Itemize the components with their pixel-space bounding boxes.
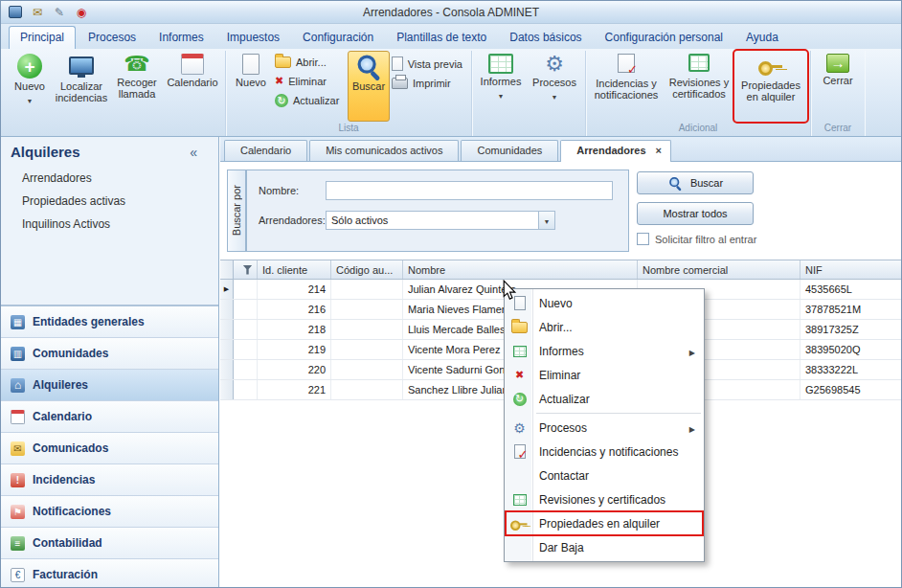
cell-codigo[interactable] xyxy=(331,360,403,379)
sidebar-item-facturacion[interactable]: Facturación xyxy=(1,559,218,588)
ribbon-tab-configuracion[interactable]: Configuración xyxy=(292,27,384,49)
ribbon-group-lista: Nuevo Abrir... Eliminar Actualizar xyxy=(226,51,472,136)
ribbon-tab-datos-basicos[interactable]: Datos básicos xyxy=(499,27,592,49)
cell-id[interactable]: 216 xyxy=(258,300,331,319)
column-header-nombre[interactable]: Nombre xyxy=(403,260,638,279)
column-header-nombre-comercial[interactable]: Nombre comercial xyxy=(638,260,801,279)
ribbon-tab-config-personal[interactable]: Configuración personal xyxy=(595,27,733,49)
refresh-button[interactable]: Actualizar xyxy=(273,93,348,108)
preview-button[interactable]: Vista previa xyxy=(390,56,468,72)
menu-item-nuevo[interactable]: Nuevo xyxy=(506,291,703,315)
dropdown-arrow-icon xyxy=(552,90,558,103)
calendar-button[interactable]: Calendario xyxy=(163,51,222,122)
ribbon-tab-plantillas[interactable]: Plantillas de texto xyxy=(386,27,497,49)
mail-icon[interactable] xyxy=(29,4,46,20)
nombre-label: Nombre: xyxy=(259,185,326,196)
column-header-id-cliente[interactable]: Id. cliente xyxy=(258,260,331,279)
header-selector-cell xyxy=(220,260,234,279)
incidents-icon xyxy=(618,54,635,73)
record-icon[interactable] xyxy=(73,4,90,20)
column-header-codigo[interactable]: Código au... xyxy=(331,260,403,279)
cell-id[interactable]: 219 xyxy=(258,340,331,359)
menu-item-informes[interactable]: Informes xyxy=(506,339,703,363)
menu-item-dar-baja[interactable]: Dar Baja xyxy=(506,535,703,559)
delete-button[interactable]: Eliminar xyxy=(273,74,348,88)
menu-item-contactar[interactable]: Contactar xyxy=(506,464,703,487)
header-filter-cell[interactable] xyxy=(234,260,258,279)
doc-tab-calendario[interactable]: Calendario xyxy=(224,140,307,161)
cell-id[interactable]: 214 xyxy=(258,280,331,299)
ribbon-tab-informes[interactable]: Informes xyxy=(148,27,214,49)
pickup-call-button[interactable]: Recoger llamada xyxy=(111,51,163,122)
sidebar-item-entidades-generales[interactable]: Entidades generales xyxy=(1,306,218,338)
cell-nif[interactable]: 38333222L xyxy=(801,360,901,379)
sidebar-item-comunicados[interactable]: Comunicados xyxy=(1,433,218,464)
sidebar-item-contabilidad[interactable]: Contabilidad xyxy=(1,528,218,559)
new-button[interactable]: Nuevo xyxy=(8,51,52,122)
cell-nif[interactable]: 37878521M xyxy=(801,300,901,319)
menu-separator xyxy=(536,413,701,414)
menu-item-revisiones[interactable]: Revisiones y certificados xyxy=(506,487,703,511)
menu-item-procesos[interactable]: Procesos xyxy=(506,416,703,440)
doc-tab-comunidades[interactable]: Comunidades xyxy=(461,140,558,161)
cell-nif[interactable]: 4535665L xyxy=(801,280,901,299)
reports-button[interactable]: Informes xyxy=(475,51,527,122)
close-button[interactable]: Cerrar xyxy=(814,51,862,122)
solicitar-filtro-checkbox[interactable] xyxy=(637,233,649,245)
new-record-button[interactable]: Nuevo xyxy=(229,51,273,122)
filter-funnel-icon xyxy=(243,265,253,275)
select-dropdown-button[interactable] xyxy=(538,212,554,229)
arrendadores-select[interactable]: Sólo activos xyxy=(326,211,555,230)
menu-item-abrir[interactable]: Abrir... xyxy=(506,315,703,339)
sidebar-link-arrendadores[interactable]: Arrendadores xyxy=(22,171,218,185)
edit-note-icon[interactable] xyxy=(51,4,68,20)
incidents-notifications-button[interactable]: Incidencias y notificaciones xyxy=(589,51,664,122)
collapse-sidebar-button[interactable]: « xyxy=(190,145,197,160)
sidebar-item-alquileres[interactable]: Alquileres xyxy=(1,370,218,401)
close-tab-icon[interactable]: × xyxy=(656,145,662,156)
menu-item-actualizar[interactable]: Actualizar xyxy=(506,387,703,411)
ribbon-tab-impuestos[interactable]: Impuestos xyxy=(216,27,290,49)
sidebar-link-propiedades-activas[interactable]: Propiedades activas xyxy=(22,194,218,208)
filter-side-panel[interactable]: Buscar por xyxy=(227,170,246,252)
sidebar-item-calendario[interactable]: Calendario xyxy=(1,401,218,433)
ribbon-tab-ayuda[interactable]: Ayuda xyxy=(735,27,789,49)
mostrar-todos-button[interactable]: Mostrar todos xyxy=(637,202,754,225)
ribbon-tab-procesos[interactable]: Procesos xyxy=(78,27,147,49)
rental-properties-button[interactable]: Propiedades en alquiler xyxy=(734,51,807,122)
app-icon[interactable] xyxy=(7,4,24,20)
sidebar-item-comunidades[interactable]: Comunidades xyxy=(1,338,218,370)
cell-id[interactable]: 218 xyxy=(258,320,331,339)
sidebar-item-notificaciones[interactable]: Notificaciones xyxy=(1,496,218,528)
cell-nif[interactable]: 38395020Q xyxy=(801,340,901,359)
print-button[interactable]: Imprimir xyxy=(390,77,468,90)
context-menu: Nuevo Abrir... Informes Eliminar Actuali… xyxy=(504,288,705,562)
app-icon-glyph xyxy=(9,6,22,18)
sidebar-item-incidencias[interactable]: Incidencias xyxy=(1,464,218,496)
cell-id[interactable]: 220 xyxy=(258,360,331,379)
processes-button[interactable]: Procesos xyxy=(527,51,582,122)
cell-codigo[interactable] xyxy=(331,340,403,359)
nombre-input[interactable] xyxy=(326,181,613,200)
doc-tab-arrendadores[interactable]: Arrendadores × xyxy=(560,140,671,162)
menu-item-eliminar[interactable]: Eliminar xyxy=(506,363,703,387)
cell-codigo[interactable] xyxy=(331,300,403,319)
row-indicator xyxy=(220,340,234,359)
cell-nif[interactable]: G25698545 xyxy=(801,380,901,399)
menu-item-incidencias[interactable]: Incidencias y notificaciones xyxy=(506,440,703,464)
cell-nif[interactable]: 38917325Z xyxy=(801,320,901,339)
ribbon-tab-principal[interactable]: Principal xyxy=(9,26,76,49)
sidebar-link-inquilinos-activos[interactable]: Inquilinos Activos xyxy=(22,217,218,231)
buscar-button[interactable]: Buscar xyxy=(637,171,754,194)
menu-item-propiedades-en-alquiler[interactable]: Propiedades en alquiler xyxy=(506,511,703,535)
cell-codigo[interactable] xyxy=(331,380,403,399)
cell-codigo[interactable] xyxy=(331,320,403,339)
search-button[interactable]: Buscar xyxy=(348,51,390,122)
cell-id[interactable]: 221 xyxy=(258,380,331,399)
column-header-nif[interactable]: NIF xyxy=(801,260,901,279)
cell-codigo[interactable] xyxy=(331,280,403,299)
locate-incidents-button[interactable]: Localizar incidencias xyxy=(52,51,111,122)
reviews-certificates-button[interactable]: Revisiones y certificados xyxy=(664,51,734,122)
open-button[interactable]: Abrir... xyxy=(273,56,348,69)
doc-tab-mis-comunicados[interactable]: Mis comunicados activos xyxy=(309,140,459,161)
